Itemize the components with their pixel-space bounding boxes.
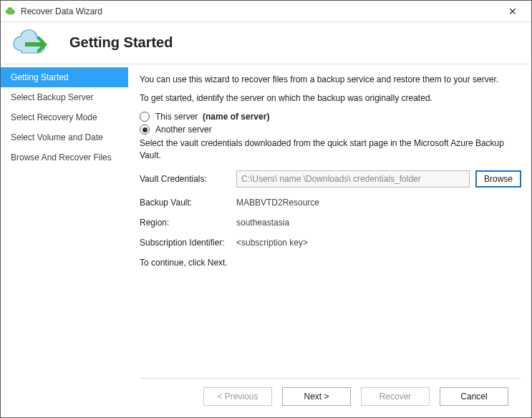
wizard-steps-sidebar: Getting Started Select Backup Server Sel… — [1, 64, 128, 417]
window-title: Recover Data Wizard — [21, 6, 498, 16]
page-title: Getting Started — [69, 34, 173, 51]
subscription-value: <subscription key> — [236, 238, 308, 248]
wizard-content: You can use this wizard to recover files… — [128, 64, 531, 417]
radio-unchecked-icon — [140, 112, 150, 122]
step-browse-recover-files[interactable]: Browse And Recover Files — [1, 147, 128, 167]
backup-vault-value: MABBVTD2Resource — [236, 198, 319, 208]
radio-checked-icon — [140, 125, 150, 135]
row-subscription: Subscription Identifier: <subscription k… — [140, 238, 521, 248]
subscription-label: Subscription Identifier: — [140, 238, 236, 248]
header-cloud-arrow-icon — [11, 28, 54, 57]
app-cloud-icon — [5, 6, 16, 17]
step-select-recovery-mode[interactable]: Select Recovery Mode — [1, 107, 128, 127]
recover-button: Recover — [361, 387, 430, 406]
step-select-backup-server[interactable]: Select Backup Server — [1, 87, 128, 107]
radio-this-server[interactable]: This server (name of server) — [140, 112, 521, 122]
radio-another-server-label: Another server — [155, 125, 212, 135]
browse-button[interactable]: Browse — [475, 170, 521, 188]
step-select-volume-date[interactable]: Select Volume and Date — [1, 127, 128, 147]
wizard-header: Getting Started — [1, 22, 531, 64]
next-button[interactable]: Next > — [282, 387, 351, 406]
continue-note: To continue, click Next. — [140, 258, 521, 268]
wizard-body: Getting Started Select Backup Server Sel… — [1, 64, 531, 417]
intro-text-2: To get started, identify the server on w… — [140, 93, 521, 103]
server-name-label: (name of server) — [203, 112, 269, 122]
vault-credentials-input[interactable] — [236, 170, 470, 188]
cancel-button[interactable]: Cancel — [440, 387, 508, 406]
row-backup-vault: Backup Vault: MABBVTD2Resource — [140, 198, 521, 208]
intro-text-1: You can use this wizard to recover files… — [140, 74, 521, 84]
vault-credentials-label: Vault Credentials: — [140, 174, 236, 184]
backup-vault-label: Backup Vault: — [140, 198, 236, 208]
row-region: Region: southeastasia — [140, 218, 521, 228]
wizard-window: Recover Data Wizard ✕ Getting Started Ge… — [0, 0, 532, 418]
region-value: southeastasia — [236, 218, 289, 228]
wizard-footer: < Previous Next > Recover Cancel — [140, 378, 521, 417]
region-label: Region: — [140, 218, 236, 228]
step-getting-started[interactable]: Getting Started — [1, 67, 128, 87]
titlebar: Recover Data Wizard ✕ — [1, 1, 531, 22]
radio-this-server-label: This server — [155, 112, 198, 122]
radio-another-server[interactable]: Another server — [140, 125, 521, 135]
close-icon[interactable]: ✕ — [498, 1, 527, 21]
row-vault-credentials: Vault Credentials: Browse — [140, 170, 521, 188]
previous-button: < Previous — [203, 387, 272, 406]
vault-instruction-text: Select the vault credentials downloaded … — [140, 137, 521, 162]
